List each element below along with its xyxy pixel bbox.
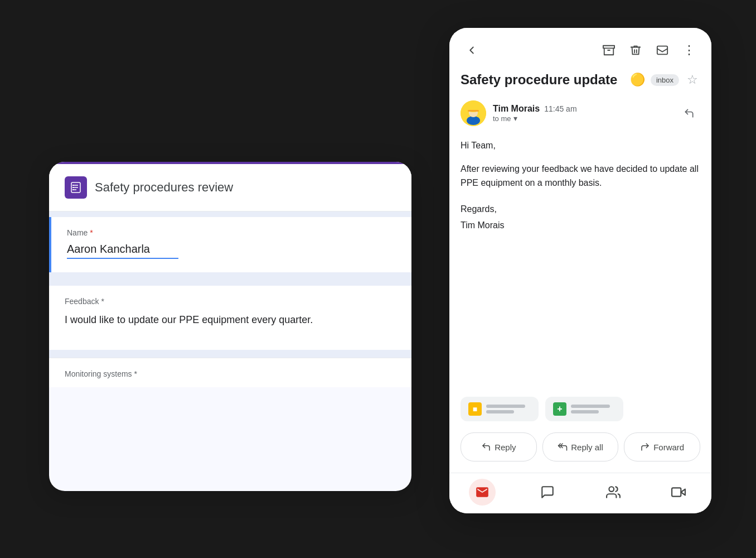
feedback-required: *	[101, 297, 104, 306]
sender-row: Tim Morais 11:45 am to me ▾	[449, 97, 711, 133]
forms-card: Safety procedures review Name * Aaron Ka…	[49, 162, 411, 491]
monitoring-label: Monitoring systems *	[65, 369, 396, 378]
delete-icon	[629, 44, 642, 56]
svg-rect-7	[603, 46, 614, 49]
delete-button[interactable]	[624, 39, 647, 61]
name-field: Name * Aaron Kancharla	[49, 217, 411, 272]
quick-reply-button[interactable]	[678, 102, 700, 124]
sender-time: 11:45 am	[544, 104, 576, 113]
email-body: Hi Team, After reviewing your feedback w…	[449, 133, 711, 390]
email-sign-off: Regards, Tim Morais	[461, 201, 700, 234]
svg-point-15	[609, 487, 614, 492]
sender-name-time-row: Tim Morais 11:45 am	[493, 104, 671, 114]
forms-icon	[65, 176, 87, 199]
form-separator-2	[49, 350, 411, 358]
svg-rect-14	[468, 110, 479, 112]
sender-info: Tim Morais 11:45 am to me ▾	[493, 104, 671, 123]
forms-title: Safety procedures review	[95, 180, 233, 195]
more-button[interactable]: ⋮	[678, 39, 700, 61]
forms-header: Safety procedures review	[49, 164, 411, 211]
archive-icon	[603, 44, 615, 56]
svg-rect-6	[72, 189, 74, 190]
forms-section-name: Name * Aaron Kancharla	[49, 211, 411, 278]
sender-name: Tim Morais	[493, 104, 540, 114]
mail-nav-icon	[475, 485, 490, 499]
back-button[interactable]	[461, 39, 483, 61]
att-line-1a	[486, 405, 525, 408]
att-line-2a	[571, 405, 610, 408]
scene: Safety procedures review Name * Aaron Ka…	[0, 0, 756, 558]
attachment-2[interactable]: +	[545, 397, 623, 421]
label-button[interactable]	[651, 39, 673, 61]
reply-all-button-icon	[558, 442, 568, 452]
email-actions: Reply Reply all Forward	[449, 428, 711, 473]
chevron-down-icon: ▾	[513, 114, 517, 123]
forward-button-icon	[640, 442, 650, 452]
reply-button[interactable]: Reply	[461, 432, 537, 461]
attachment-1[interactable]: ■	[461, 397, 539, 421]
reply-all-button[interactable]: Reply all	[542, 432, 619, 461]
name-label: Name *	[67, 228, 396, 237]
att-line-1b	[486, 410, 514, 413]
email-subject: Safety procedure update	[461, 72, 624, 88]
star-button[interactable]: ☆	[685, 70, 700, 89]
toolbar-right: ⋮	[598, 39, 700, 61]
attachments-row: ■ +	[449, 390, 711, 428]
svg-point-11	[467, 116, 480, 125]
attachment-2-lines	[571, 405, 610, 413]
reply-icon-small	[684, 108, 695, 119]
chat-nav-icon	[540, 485, 555, 499]
nav-spaces[interactable]	[600, 479, 627, 506]
meet-nav-icon	[671, 485, 686, 499]
name-required: *	[90, 228, 93, 237]
monitoring-required: *	[134, 369, 137, 378]
nav-meet[interactable]	[665, 479, 692, 506]
nav-chat[interactable]	[534, 479, 561, 506]
forward-button[interactable]: Forward	[624, 432, 700, 461]
email-greeting: Hi Team,	[461, 138, 700, 153]
reply-all-label: Reply all	[571, 442, 603, 452]
forward-label: Forward	[653, 442, 684, 452]
gmail-card: ⋮ Safety procedure update 🟡 inbox ☆	[449, 28, 711, 513]
svg-rect-4	[72, 185, 74, 186]
attachment-2-icon: +	[553, 402, 566, 416]
spaces-nav-icon	[606, 485, 621, 499]
subject-row: Safety procedure update 🟡 inbox ☆	[449, 68, 711, 97]
name-value[interactable]: Aaron Kancharla	[67, 243, 178, 259]
feedback-field: Feedback * I would like to update our PP…	[49, 286, 411, 350]
star-icon: ☆	[687, 73, 698, 86]
reply-button-icon	[481, 442, 491, 452]
more-icon: ⋮	[683, 43, 696, 57]
reply-label: Reply	[495, 442, 516, 452]
label-icon	[656, 44, 668, 56]
back-icon	[466, 44, 478, 56]
gmail-toolbar: ⋮	[449, 28, 711, 68]
svg-rect-5	[72, 187, 74, 188]
svg-marker-16	[681, 489, 686, 496]
monitoring-field: Monitoring systems *	[49, 358, 411, 387]
archive-button[interactable]	[598, 39, 620, 61]
svg-rect-9	[657, 46, 667, 55]
avatar-image	[461, 100, 486, 126]
sender-avatar	[461, 100, 486, 126]
forms-body: Name * Aaron Kancharla Feedback * I woul…	[49, 211, 411, 491]
feedback-value[interactable]: I would like to update our PPE equipment…	[65, 312, 396, 328]
attachment-1-icon: ■	[468, 402, 482, 416]
subject-emoji: 🟡	[630, 73, 645, 87]
form-separator-1	[49, 278, 411, 286]
toolbar-left	[461, 39, 483, 61]
forms-logo-icon	[69, 181, 83, 194]
email-body-text: After reviewing your feedback we have de…	[461, 162, 700, 190]
bottom-nav	[449, 473, 711, 513]
attachment-1-lines	[486, 405, 525, 413]
sender-to[interactable]: to me ▾	[493, 114, 671, 123]
att-line-2b	[571, 410, 599, 413]
svg-rect-17	[672, 488, 681, 496]
nav-mail[interactable]	[469, 479, 496, 506]
feedback-label: Feedback *	[65, 297, 396, 306]
inbox-badge: inbox	[651, 74, 679, 86]
